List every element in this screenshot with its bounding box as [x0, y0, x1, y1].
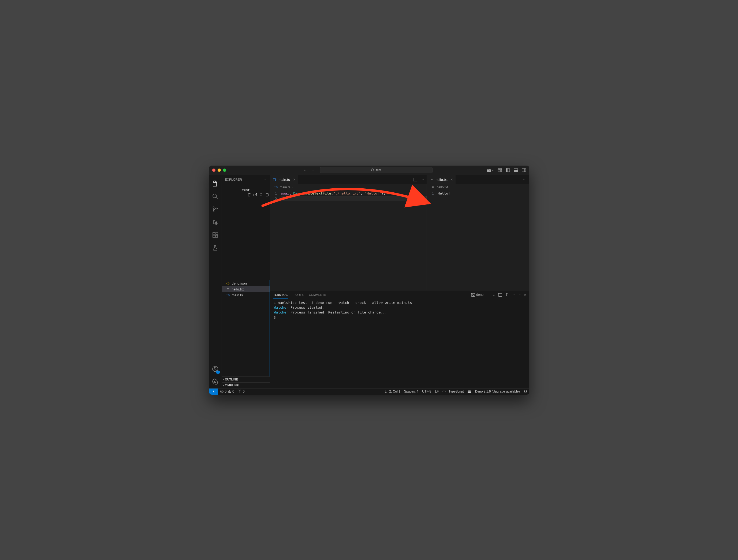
- title-bar: ← → test ⌄: [209, 165, 529, 175]
- terminal-content[interactable]: naelshiab test $ deno run --watch --chec…: [270, 299, 529, 388]
- more-actions-icon[interactable]: ⋯: [523, 178, 526, 182]
- svg-rect-12: [522, 168, 526, 172]
- bottom-panel: TERMINAL PORTS COMMENTS deno ＋ ⌄ ⋯ ⌃: [270, 290, 529, 388]
- toggle-panel-icon[interactable]: [514, 168, 518, 172]
- sidebar-header: EXPLORER ⋯: [222, 175, 270, 184]
- nav-back-icon[interactable]: ←: [303, 168, 307, 172]
- svg-point-17: [213, 206, 215, 208]
- status-ports[interactable]: 0: [236, 390, 247, 393]
- editor-group-left: TS main.ts × ⋯ TS main.ts: [270, 175, 427, 290]
- chevron-down-icon: [245, 184, 246, 187]
- svg-rect-5: [500, 170, 502, 172]
- svg-point-19: [216, 208, 218, 209]
- accounts-badge: 1: [216, 371, 220, 374]
- status-copilot-icon[interactable]: [466, 390, 473, 393]
- more-actions-icon[interactable]: ⋯: [420, 178, 424, 182]
- toggle-sidebar-icon[interactable]: [506, 168, 510, 172]
- svg-rect-4: [498, 170, 500, 172]
- tab-actions-right: ⋯: [520, 175, 529, 184]
- copilot-icon[interactable]: ⌄: [487, 168, 494, 172]
- split-editor-icon[interactable]: [413, 177, 417, 182]
- svg-rect-24: [213, 235, 215, 237]
- close-tab-icon[interactable]: ×: [451, 177, 453, 182]
- new-terminal-icon[interactable]: ＋: [487, 293, 489, 297]
- tab-label: main.ts: [279, 178, 290, 182]
- status-notifications-icon[interactable]: [522, 390, 529, 393]
- svg-point-47: [240, 391, 240, 391]
- file-name: main.ts: [232, 293, 243, 297]
- refresh-icon[interactable]: [259, 193, 263, 197]
- search-activity-icon[interactable]: [209, 190, 222, 203]
- status-bar: 0 0 0 Ln 2, Col 1 Spaces: 4 UTF-8 LF { }…: [209, 388, 529, 395]
- accounts-icon[interactable]: 1: [209, 363, 222, 375]
- run-debug-icon[interactable]: [209, 216, 222, 228]
- status-spaces[interactable]: Spaces: 4: [402, 390, 420, 393]
- sidebar-more-icon[interactable]: ⋯: [264, 178, 267, 181]
- remote-indicator[interactable]: [209, 389, 218, 395]
- maximize-panel-icon[interactable]: ⌃: [518, 293, 521, 297]
- code-editor-left[interactable]: 1 await Deno.writeTextFile("./hello.txt"…: [270, 190, 427, 290]
- terminal-profile-icon[interactable]: deno: [471, 293, 483, 297]
- folder-name: TEST: [242, 189, 250, 192]
- settings-gear-icon[interactable]: [209, 375, 222, 388]
- minimize-window-button[interactable]: [218, 168, 221, 172]
- new-file-icon[interactable]: [247, 193, 251, 197]
- breadcrumb-text: main.ts: [280, 185, 291, 189]
- command-center[interactable]: test: [320, 167, 432, 173]
- svg-rect-11: [514, 170, 518, 172]
- text-file-icon: ≡: [226, 287, 230, 291]
- status-ln-col[interactable]: Ln 2, Col 1: [383, 390, 402, 393]
- chevron-right-icon: [223, 384, 224, 387]
- customize-layout-icon[interactable]: [498, 168, 502, 172]
- outline-section[interactable]: OUTLINE: [222, 377, 270, 382]
- new-folder-icon[interactable]: [253, 193, 257, 197]
- file-item-main-ts[interactable]: TS main.ts: [222, 292, 270, 298]
- breadcrumb-left[interactable]: TS main.ts: [270, 184, 427, 190]
- main-area: TS main.ts × ⋯ TS main.ts: [270, 175, 529, 388]
- file-item-deno-json[interactable]: { } deno.json: [222, 280, 270, 286]
- breadcrumb-right[interactable]: ≡ hello.txt: [427, 184, 529, 190]
- tab-actions-left: ⋯: [410, 175, 427, 184]
- split-terminal-icon[interactable]: [498, 293, 502, 297]
- search-icon: [371, 168, 374, 172]
- extensions-icon[interactable]: [209, 228, 222, 241]
- terminal-dropdown-icon[interactable]: ⌄: [493, 294, 495, 297]
- panel-tab-comments[interactable]: COMMENTS: [309, 291, 326, 299]
- panel-tab-terminal[interactable]: TERMINAL: [273, 291, 288, 299]
- status-eol[interactable]: LF: [433, 390, 440, 393]
- zoom-window-button[interactable]: [223, 168, 226, 172]
- file-item-hello-txt[interactable]: ≡ hello.txt: [222, 286, 270, 292]
- tab-bar-left: TS main.ts × ⋯: [270, 175, 427, 184]
- folder-header[interactable]: TEST: [222, 184, 270, 280]
- status-deno[interactable]: Deno 2.1.6 (Upgrade available): [473, 390, 522, 393]
- code-editor-right[interactable]: 1 Hello!: [427, 190, 529, 290]
- collapse-all-icon[interactable]: [265, 193, 269, 197]
- testing-icon[interactable]: [209, 241, 222, 254]
- window-controls: [212, 168, 226, 172]
- close-panel-icon[interactable]: ×: [524, 293, 526, 297]
- status-encoding[interactable]: UTF-8: [420, 390, 433, 393]
- file-name: hello.txt: [232, 287, 244, 291]
- svg-point-0: [371, 169, 374, 171]
- close-window-button[interactable]: [212, 168, 216, 172]
- search-text: test: [376, 168, 381, 172]
- tab-hello-txt[interactable]: ≡ hello.txt ×: [427, 175, 456, 184]
- panel-more-icon[interactable]: ⋯: [512, 293, 515, 297]
- status-language[interactable]: { } TypeScript: [440, 390, 465, 393]
- toggle-secondary-sidebar-icon[interactable]: [522, 168, 526, 172]
- panel-tabs: TERMINAL PORTS COMMENTS deno ＋ ⌄ ⋯ ⌃: [270, 291, 529, 299]
- close-tab-icon[interactable]: ×: [293, 177, 295, 182]
- nav-forward-icon[interactable]: →: [312, 168, 315, 172]
- source-control-icon[interactable]: [209, 203, 222, 216]
- file-tree: { } deno.json ≡ hello.txt TS main.ts: [222, 280, 270, 377]
- timeline-section[interactable]: TIMELINE: [222, 382, 270, 388]
- title-right: ⌄: [487, 168, 526, 172]
- explorer-icon[interactable]: [209, 177, 222, 190]
- panel-tab-ports[interactable]: PORTS: [293, 291, 304, 299]
- svg-point-29: [215, 381, 216, 383]
- tab-main-ts[interactable]: TS main.ts ×: [270, 175, 298, 184]
- kill-terminal-icon[interactable]: [505, 293, 509, 297]
- status-errors[interactable]: 0 0: [218, 390, 236, 393]
- breadcrumb-text: hello.txt: [436, 185, 448, 189]
- tab-bar-right: ≡ hello.txt × ⋯: [427, 175, 529, 184]
